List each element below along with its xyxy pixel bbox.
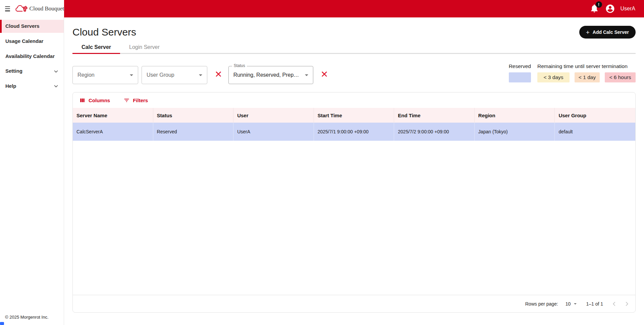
cell-user: UserA [233,123,314,141]
legend-3days-swatch: < 3 days [537,72,570,82]
user-group-select[interactable]: User Group [142,66,207,84]
sidebar-item-label: Usage Calendar [5,38,43,45]
rows-per-page-label: Rows per page: [525,301,558,307]
table-row[interactable]: CalcServerA Reserved UserA 2025/7/1 9:00… [73,123,635,141]
sidebar-item-usage-calendar[interactable]: Usage Calendar [0,35,64,48]
status-select[interactable]: Status Running, Reserved, Prep… [228,66,313,84]
filter-icon [123,97,130,104]
tab-track [72,53,636,54]
dropdown-arrow-icon [199,74,202,76]
add-calc-server-button[interactable]: + Add Calc Server [579,26,636,39]
clear-region-user-group-button[interactable]: ✕ [213,70,224,79]
header-brand-area: Cloud Bouquet [0,0,64,17]
column-header-end-time[interactable]: End Time [394,108,475,123]
legend-reserved-label: Reserved [509,63,531,69]
copyright-text: © 2025 Morgenrot Inc. [5,315,49,320]
columns-icon [79,97,86,104]
status-legend: Reserved Remaining time until server ter… [509,63,636,82]
add-calc-server-label: Add Calc Server [593,29,629,35]
page-title: Cloud Servers [72,26,136,38]
server-data-grid: Columns Filters Server Name Status User … [72,92,636,313]
tab-login-server[interactable]: Login Server [120,42,169,54]
brand-name: Cloud Bouquet [30,5,64,12]
page-header: Cloud Servers + Add Calc Server [72,25,636,40]
sidebar-item-label: Cloud Servers [5,23,40,29]
dropdown-arrow-icon [130,74,133,76]
columns-button[interactable]: Columns [77,96,112,105]
sidebar-item-setting[interactable]: Setting [0,65,64,78]
column-header-user-group[interactable]: User Group [555,108,635,123]
grid-toolbar: Columns Filters [73,92,635,108]
sidebar-item-cloud-servers[interactable]: Cloud Servers [0,20,64,33]
dropdown-arrow-icon [305,74,308,76]
header-actions: ! UserA [590,0,644,17]
region-select[interactable]: Region [72,66,138,84]
tab-calc-server[interactable]: Calc Server [72,42,120,54]
legend-remaining-swatches: < 3 days < 1 day < 6 hours [537,72,636,82]
status-select-value: Running, Reserved, Prep… [233,72,299,78]
clear-status-button[interactable]: ✕ [319,70,330,79]
legend-6hours-swatch: < 6 hours [605,72,636,82]
filters-button-label: Filters [133,97,148,103]
column-header-user[interactable]: User [233,108,314,123]
columns-button-label: Columns [89,97,110,103]
brand-logo[interactable]: Cloud Bouquet [15,4,64,13]
chevron-down-icon [53,68,59,74]
table-empty-area [73,141,635,295]
table-pagination: Rows per page: 10 1–1 of 1 [73,295,635,312]
filters-button[interactable]: Filters [121,96,150,105]
previous-page-button[interactable] [610,300,619,308]
sidebar-item-availability-calendar[interactable]: Availability Calendar [0,50,64,63]
cell-start-time: 2025/7/1 9:00:00 +09:00 [314,123,394,141]
sidebar-item-help[interactable]: Help [0,80,64,93]
legend-1day-swatch: < 1 day [575,72,600,82]
legend-remaining-group: Remaining time until server termination … [537,63,636,82]
rows-per-page-value: 10 [566,301,571,307]
column-header-status[interactable]: Status [153,108,234,123]
status-select-label: Status [232,63,247,68]
sidebar-item-label: Availability Calendar [5,53,55,60]
legend-remaining-label: Remaining time until server termination [537,63,636,69]
app-header: Cloud Bouquet ! UserA [0,0,644,17]
filter-row: Region User Group ✕ Status Running, Rese… [72,63,636,84]
sidebar-item-label: Help [5,83,16,89]
region-select-placeholder: Region [77,72,95,78]
table-header-row: Server Name Status User Start Time End T… [73,108,635,123]
cell-region: Japan (Tokyo) [475,123,555,141]
user-name[interactable]: UserA [621,6,635,12]
scrollbar-fragment [0,322,4,325]
cloud-bouquet-icon [15,4,28,13]
user-avatar-icon[interactable] [605,4,615,14]
dropdown-arrow-icon [574,303,577,305]
cell-user-group: default [555,123,635,141]
cell-end-time: 2025/7/2 9:00:00 +09:00 [394,123,475,141]
chevron-down-icon [53,83,59,89]
main-content: Cloud Servers + Add Calc Server Calc Ser… [64,17,644,325]
column-header-start-time[interactable]: Start Time [314,108,394,123]
sidebar: Cloud Servers Usage Calendar Availabilit… [0,17,64,325]
legend-reserved-swatch [509,72,531,82]
cell-server-name: CalcServerA [73,123,153,141]
next-page-button[interactable] [623,300,631,308]
user-group-select-placeholder: User Group [147,72,174,78]
sidebar-item-label: Setting [5,68,22,74]
server-tabs: Calc Server Login Server [72,42,636,54]
hamburger-menu-icon[interactable] [5,6,10,11]
cell-status: Reserved [153,123,234,141]
pagination-range-label: 1–1 of 1 [586,301,603,307]
notification-badge: ! [596,1,602,8]
column-header-region[interactable]: Region [475,108,555,123]
rows-per-page-select[interactable]: 10 [566,301,577,307]
plus-icon: + [586,29,590,36]
notifications-button[interactable]: ! [590,4,600,14]
column-header-server-name[interactable]: Server Name [73,108,153,123]
legend-reserved-group: Reserved [509,63,531,82]
